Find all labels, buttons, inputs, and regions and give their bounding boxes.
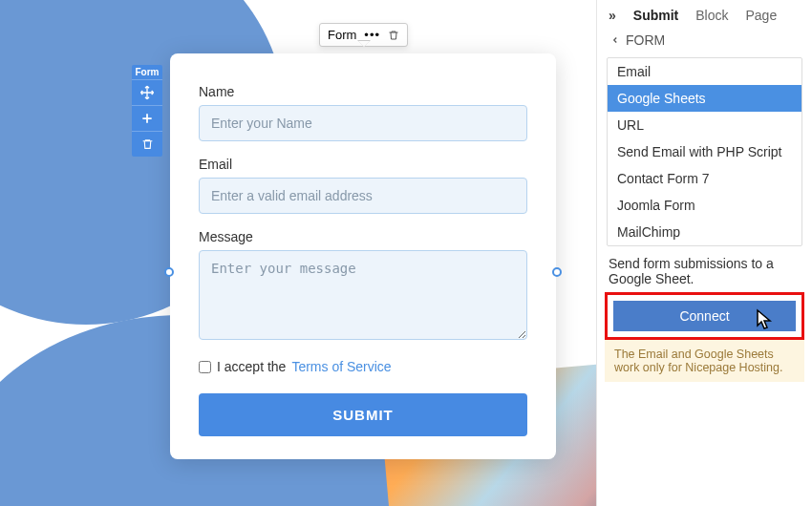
more-icon[interactable]: ••• xyxy=(364,28,380,42)
editor-canvas: Form ••• Form Name Email Message xyxy=(0,0,596,506)
helper-text: Send form submissions to a Google Sheet. xyxy=(597,246,812,292)
selection-handle[interactable] xyxy=(164,267,174,277)
context-toolbar: Form ••• xyxy=(319,23,408,47)
message-label: Message xyxy=(199,229,527,244)
terms-checkbox[interactable] xyxy=(199,361,211,373)
connect-highlight: Connect xyxy=(605,292,804,340)
terms-link[interactable]: Terms of Service xyxy=(291,359,391,374)
move-icon[interactable] xyxy=(132,79,162,105)
selection-handle[interactable] xyxy=(552,267,562,277)
badge-label: Form xyxy=(132,65,162,79)
panel-tabs: » Submit Block Page xyxy=(597,0,812,32)
add-icon[interactable] xyxy=(132,105,162,131)
email-input[interactable] xyxy=(199,178,527,214)
name-input[interactable] xyxy=(199,105,527,141)
element-badge: Form xyxy=(132,65,162,157)
integration-item[interactable]: MailChimp xyxy=(608,219,801,245)
form-card[interactable]: Form Name Email Message I accept the Ter… xyxy=(170,53,556,459)
integration-item[interactable]: Contact Form 7 xyxy=(608,165,801,192)
tab-submit[interactable]: Submit xyxy=(633,8,678,23)
trash-icon[interactable] xyxy=(388,29,399,42)
expand-icon[interactable]: » xyxy=(609,8,616,23)
context-label: Form xyxy=(328,28,356,42)
properties-panel: » Submit Block Page FORM EmailGoogle She… xyxy=(596,0,812,506)
terms-row: I accept the Terms of Service xyxy=(199,359,527,374)
connect-label: Connect xyxy=(679,308,729,324)
integration-item[interactable]: Email xyxy=(608,58,801,85)
tab-page[interactable]: Page xyxy=(745,8,777,23)
terms-prefix: I accept the xyxy=(217,359,286,374)
integration-item[interactable]: Google Sheets xyxy=(608,85,801,112)
panel-back[interactable]: FORM xyxy=(597,32,812,57)
name-label: Name xyxy=(199,84,527,99)
trash-icon[interactable] xyxy=(132,131,162,157)
integration-item[interactable]: Joomla Form xyxy=(608,192,801,219)
integration-item[interactable]: Send Email with PHP Script xyxy=(608,138,801,165)
integration-item[interactable]: URL xyxy=(608,112,801,138)
message-input[interactable] xyxy=(199,250,527,340)
connect-button[interactable]: Connect xyxy=(613,301,796,331)
hosting-note: The Email and Google Sheets work only fo… xyxy=(605,340,804,382)
tab-block[interactable]: Block xyxy=(695,8,728,23)
integration-list: EmailGoogle SheetsURLSend Email with PHP… xyxy=(607,57,802,246)
chevron-left-icon xyxy=(610,33,620,47)
panel-back-label: FORM xyxy=(626,32,665,48)
cursor-icon xyxy=(756,308,775,331)
email-label: Email xyxy=(199,157,527,172)
submit-button[interactable]: SUBMIT xyxy=(199,393,527,436)
